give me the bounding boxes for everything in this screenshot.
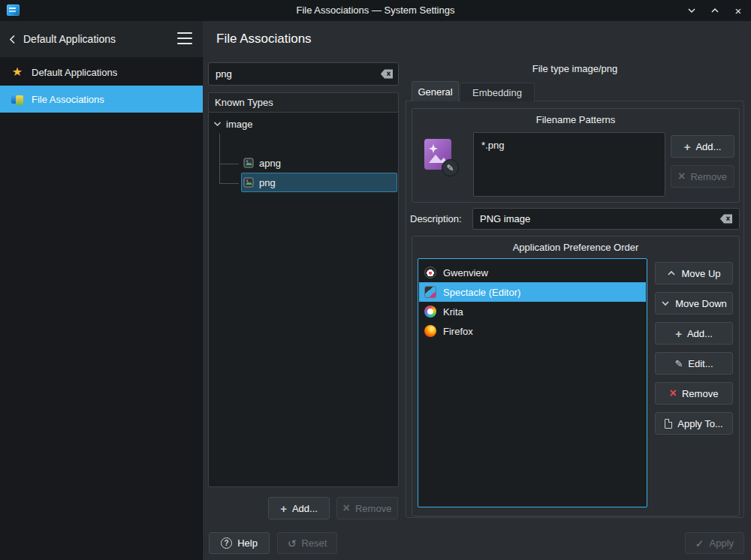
tree-guide [219,134,220,184]
file-type-label: File type image/png [406,63,744,74]
patterns-list[interactable]: *.png [473,132,665,197]
app-row-spectacle[interactable]: Spectacle (Editor) [419,282,646,302]
image-file-icon [243,177,254,188]
clear-search-icon[interactable] [380,69,394,80]
add-icon: + [675,328,682,339]
sidebar-header: Default Applications [0,21,203,57]
app-name: Spectacle (Editor) [443,287,520,298]
sidebar-item-default-applications[interactable]: ★ Default Applications [0,59,203,86]
help-button[interactable]: ? Help [209,532,270,554]
app-name: Krita [443,306,463,318]
tab-general-label: General [418,86,452,98]
edit-icon-badge[interactable]: ✎ [442,159,459,176]
help-icon: ? [221,537,232,549]
remove-icon: × [678,170,685,182]
help-label: Help [237,537,258,549]
apply-to-label: Apply To... [677,418,722,429]
apply-button[interactable]: ✓ Apply [685,532,744,554]
check-icon: ✓ [695,537,704,549]
hamburger-menu-icon[interactable] [177,32,192,44]
remove-pattern-button[interactable]: × Remove [671,165,734,188]
krita-icon [424,306,436,318]
add-icon: + [280,503,287,514]
back-button[interactable]: Default Applications [9,29,116,50]
expander-icon[interactable] [213,121,222,127]
move-down-label: Move Down [675,298,727,309]
add-app-button[interactable]: + Add... [655,322,733,345]
window-title: File Associations — System Settings [0,0,751,21]
spectacle-icon [424,286,436,298]
minimize-icon[interactable] [685,4,698,17]
document-icon [665,419,672,429]
tab-embedding[interactable]: Embedding [460,83,535,101]
sidebar-item-label: File Associations [32,94,104,105]
back-label: Default Applications [23,33,116,45]
system-settings-window: File Associations — System Settings × De… [0,0,751,560]
firefox-icon [424,325,436,337]
app-row-firefox[interactable]: Firefox [419,321,646,341]
sidebar-item-label: Default Applications [32,67,117,78]
chevron-up-icon [667,270,676,276]
known-types-panel: Known Types image apng png [208,92,399,487]
description-label: Description: [410,213,462,224]
add-pattern-label: Add... [695,141,721,152]
maximize-icon[interactable] [708,4,722,17]
description-input[interactable] [472,208,740,230]
app-row-gwenview[interactable]: Gwenview [419,263,646,282]
close-icon[interactable]: × [731,4,745,17]
pattern-item[interactable]: *.png [481,140,504,151]
reset-label: Reset [301,537,327,549]
tree-item-image[interactable]: image [213,114,394,134]
add-pattern-button[interactable]: + Add... [671,135,734,158]
clear-description-icon[interactable] [719,214,733,224]
move-up-label: Move Up [681,268,720,279]
tab-general[interactable]: General [412,81,459,101]
application-list[interactable]: Gwenview Spectacle (Editor) Krita Firefo… [418,258,647,507]
file-associations-icon [11,93,24,105]
filename-patterns-title: Filename Patterns [412,114,739,125]
known-types-header[interactable]: Known Types [209,93,398,113]
app-preference-title: Application Preference Order [412,242,739,253]
apply-to-button[interactable]: Apply To... [655,412,733,435]
tab-embedding-label: Embedding [472,87,522,98]
gwenview-icon [424,266,436,278]
search-input[interactable] [208,62,399,86]
tree-item-apng[interactable]: apng [243,153,394,173]
undo-icon: ↺ [288,537,297,549]
tree-item-label: png [259,177,276,188]
move-up-button[interactable]: Move Up [655,262,733,285]
add-type-label: Add... [292,503,318,514]
tree-guide [220,164,239,164]
apply-label: Apply [710,537,734,549]
page-title: File Associations [216,29,312,50]
add-icon: + [684,141,691,152]
sidebar: Default Applications ★ Default Applicati… [0,21,203,560]
titlebar[interactable]: File Associations — System Settings × [0,0,751,21]
move-down-button[interactable]: Move Down [655,292,733,315]
edit-app-label: Edit... [688,358,713,369]
star-icon: ★ [11,66,24,78]
pencil-icon: ✎ [446,163,454,173]
tree-guide [220,183,239,184]
add-type-button[interactable]: + Add... [268,497,330,519]
remove-type-button[interactable]: × Remove [336,497,398,519]
remove-pattern-label: Remove [690,171,726,182]
back-chevron-icon [9,35,16,44]
app-name: Firefox [443,326,473,337]
reset-button[interactable]: ↺ Reset [277,532,337,554]
remove-icon: × [670,387,677,399]
window-controls: × [685,0,745,21]
sidebar-list: ★ Default Applications File Associations [0,59,203,113]
edit-icon: ✎ [674,358,683,369]
tree-item-png[interactable]: png [243,173,394,192]
edit-app-button[interactable]: ✎ Edit... [655,352,733,375]
remove-app-label: Remove [682,388,718,399]
remove-type-label: Remove [355,503,391,514]
tree-item-label: apng [259,158,281,169]
app-row-krita[interactable]: Krita [419,302,646,321]
sidebar-item-file-associations[interactable]: File Associations [0,86,203,113]
remove-app-button[interactable]: × Remove [655,382,733,405]
app-name: Gwenview [443,267,488,278]
image-file-icon [243,158,254,168]
add-app-label: Add... [687,328,713,339]
